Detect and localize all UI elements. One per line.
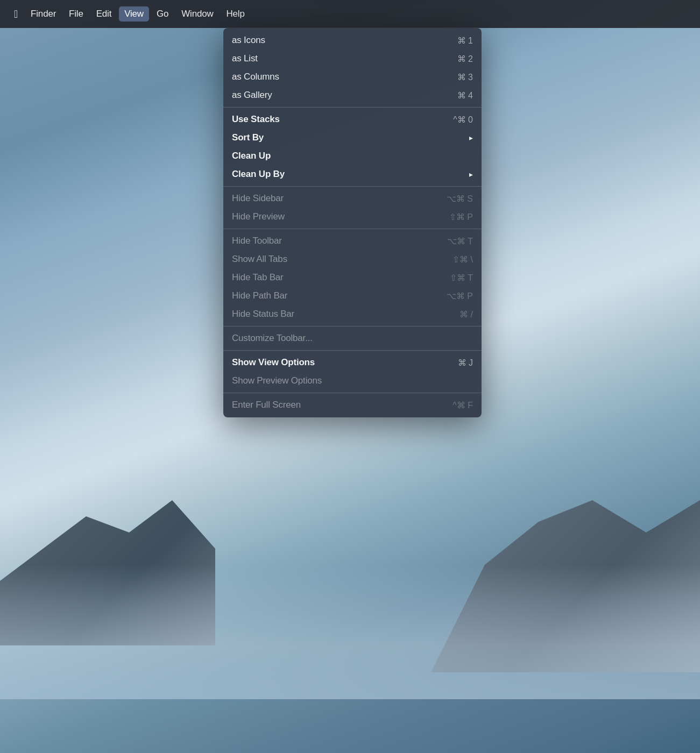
menu-item-show-view-options-shortcut: ⌘ J <box>458 358 473 368</box>
menu-item-hide-status-bar-label: Hide Status Bar <box>232 309 294 319</box>
menu-item-hide-status-bar-shortcut: ⌘ / <box>459 309 473 319</box>
menu-bar:  Finder File Edit View Go Window Help <box>0 0 700 28</box>
clean-up-by-submenu-arrow: ▸ <box>469 170 473 179</box>
apple-menu[interactable]:  <box>9 6 23 23</box>
menu-item-clean-up[interactable]: Clean Up <box>223 147 482 165</box>
menu-item-clean-up-by-label: Clean Up By <box>232 169 285 180</box>
menu-item-enter-full-screen-shortcut: ^⌘ F <box>452 400 473 410</box>
menu-item-show-preview-options[interactable]: Show Preview Options <box>223 372 482 390</box>
menu-item-hide-path-bar-label: Hide Path Bar <box>232 290 287 301</box>
menu-item-as-list-shortcut: ⌘ 2 <box>457 54 473 64</box>
separator-4 <box>223 326 482 326</box>
menu-item-show-preview-options-label: Show Preview Options <box>232 375 322 386</box>
go-menu[interactable]: Go <box>151 6 174 22</box>
menu-item-customize-toolbar[interactable]: Customize Toolbar... <box>223 329 482 347</box>
menu-item-hide-sidebar[interactable]: Hide Sidebar ⌥⌘ S <box>223 189 482 208</box>
menu-item-hide-preview-shortcut: ⇧⌘ P <box>449 212 473 222</box>
finder-menu[interactable]: Finder <box>25 6 61 22</box>
menu-item-hide-sidebar-label: Hide Sidebar <box>232 193 284 204</box>
menu-item-as-gallery-label: as Gallery <box>232 90 272 101</box>
separator-6 <box>223 393 482 393</box>
menu-item-hide-toolbar[interactable]: Hide Toolbar ⌥⌘ T <box>223 232 482 250</box>
menu-item-clean-up-by[interactable]: Clean Up By ▸ <box>223 165 482 183</box>
menu-item-as-list[interactable]: as List ⌘ 2 <box>223 49 482 68</box>
menu-item-hide-sidebar-shortcut: ⌥⌘ S <box>447 194 473 204</box>
menu-item-show-all-tabs-shortcut: ⇧⌘ \ <box>452 254 473 265</box>
menu-item-customize-toolbar-label: Customize Toolbar... <box>232 333 313 344</box>
menu-item-clean-up-label: Clean Up <box>232 151 271 161</box>
menu-item-enter-full-screen[interactable]: Enter Full Screen ^⌘ F <box>223 396 482 414</box>
menu-item-use-stacks-shortcut: ^⌘ 0 <box>453 115 473 125</box>
menu-item-hide-tab-bar-shortcut: ⇧⌘ T <box>450 273 473 283</box>
menu-item-sort-by-label: Sort By <box>232 132 264 143</box>
edit-menu[interactable]: Edit <box>91 6 117 22</box>
separator-1 <box>223 107 482 108</box>
menu-item-hide-path-bar[interactable]: Hide Path Bar ⌥⌘ P <box>223 287 482 305</box>
menu-item-use-stacks[interactable]: Use Stacks ^⌘ 0 <box>223 110 482 129</box>
water-mist-decoration <box>0 565 700 699</box>
menu-item-hide-toolbar-shortcut: ⌥⌘ T <box>447 236 473 246</box>
menu-item-hide-preview[interactable]: Hide Preview ⇧⌘ P <box>223 208 482 226</box>
menu-item-as-columns-label: as Columns <box>232 72 279 82</box>
menu-item-show-all-tabs[interactable]: Show All Tabs ⇧⌘ \ <box>223 250 482 268</box>
menu-item-hide-path-bar-shortcut: ⌥⌘ P <box>447 291 473 301</box>
menu-item-as-gallery[interactable]: as Gallery ⌘ 4 <box>223 86 482 104</box>
menu-item-show-view-options[interactable]: Show View Options ⌘ J <box>223 353 482 372</box>
menu-item-as-gallery-shortcut: ⌘ 4 <box>457 90 473 101</box>
menu-item-hide-tab-bar-label: Hide Tab Bar <box>232 272 284 283</box>
separator-3 <box>223 229 482 229</box>
menu-item-show-all-tabs-label: Show All Tabs <box>232 254 287 265</box>
menu-item-as-icons-label: as Icons <box>232 35 265 46</box>
menu-item-sort-by[interactable]: Sort By ▸ <box>223 129 482 147</box>
help-menu[interactable]: Help <box>221 6 250 22</box>
menu-item-hide-preview-label: Hide Preview <box>232 211 285 222</box>
view-menu[interactable]: View <box>119 6 149 22</box>
menu-item-hide-status-bar[interactable]: Hide Status Bar ⌘ / <box>223 305 482 323</box>
separator-2 <box>223 186 482 187</box>
menu-item-use-stacks-label: Use Stacks <box>232 114 280 125</box>
menu-item-show-view-options-label: Show View Options <box>232 357 315 368</box>
separator-5 <box>223 350 482 351</box>
menu-item-as-list-label: as List <box>232 53 258 64</box>
menu-item-as-icons[interactable]: as Icons ⌘ 1 <box>223 31 482 49</box>
menu-item-hide-tab-bar[interactable]: Hide Tab Bar ⇧⌘ T <box>223 268 482 287</box>
file-menu[interactable]: File <box>63 6 89 22</box>
menu-item-as-columns-shortcut: ⌘ 3 <box>457 72 473 82</box>
menu-item-hide-toolbar-label: Hide Toolbar <box>232 236 282 246</box>
menu-item-as-icons-shortcut: ⌘ 1 <box>457 35 473 46</box>
menu-item-enter-full-screen-label: Enter Full Screen <box>232 400 301 410</box>
view-dropdown-menu: as Icons ⌘ 1 as List ⌘ 2 as Columns ⌘ 3 … <box>223 28 482 417</box>
menu-item-as-columns[interactable]: as Columns ⌘ 3 <box>223 68 482 86</box>
sort-by-submenu-arrow: ▸ <box>469 133 473 142</box>
window-menu[interactable]: Window <box>176 6 218 22</box>
